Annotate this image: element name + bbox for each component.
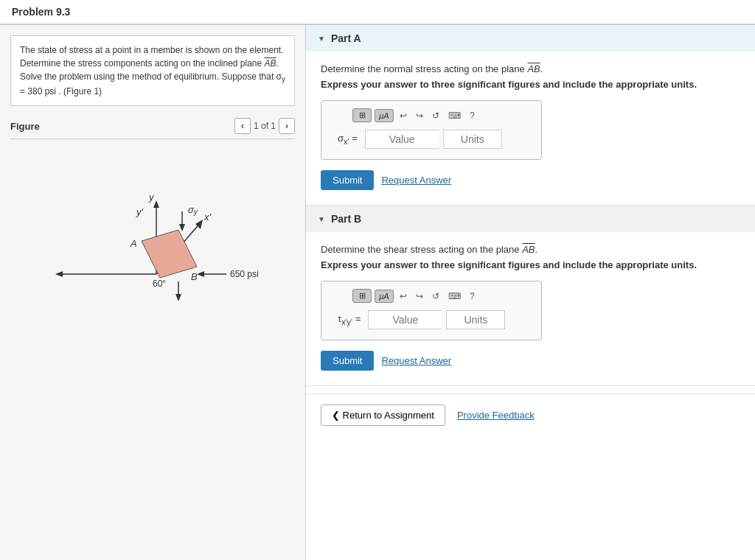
part-b-refresh-icon[interactable]: ↺ <box>429 290 442 303</box>
part-b-instruction: Determine the shear stress acting on the… <box>321 244 740 255</box>
part-b-answer-box: ⊞ μA ↩ ↪ ↺ ⌨ ? τx'y' = <box>321 281 542 340</box>
part-b-label: Part B <box>331 213 361 225</box>
part-a-label: Part A <box>331 32 361 44</box>
svg-text:σy: σy <box>188 204 198 216</box>
svg-text:60°: 60° <box>153 279 166 289</box>
part-a-units-input[interactable] <box>443 130 502 149</box>
part-a-input-label: σx' = <box>338 133 358 146</box>
svg-text:y': y' <box>136 206 144 217</box>
part-a-undo-icon[interactable]: ↩ <box>397 109 410 122</box>
svg-text:x': x' <box>203 211 212 223</box>
part-a-bold: Express your answer to three significant… <box>321 79 740 90</box>
description-text: The state of stress at a point in a memb… <box>20 45 285 97</box>
part-b-section: ▼ Part B Determine the shear stress acti… <box>306 206 755 386</box>
bottom-bar: ❮ Return to Assignment Provide Feedback <box>306 393 755 436</box>
part-a-refresh-icon[interactable]: ↺ <box>429 109 442 122</box>
provide-feedback-link[interactable]: Provide Feedback <box>457 410 535 421</box>
part-a-instruction: Determine the normal stress acting on th… <box>321 63 740 74</box>
part-b-matrix-btn[interactable]: ⊞ <box>352 289 372 303</box>
figure-image: y x' y' A <box>10 145 295 322</box>
part-a-redo-icon[interactable]: ↪ <box>413 109 426 122</box>
part-b-toolbar: ⊞ μA ↩ ↪ ↺ ⌨ ? <box>352 289 532 303</box>
part-a-toolbar: ⊞ μA ↩ ↪ ↺ ⌨ ? <box>352 108 532 122</box>
part-a-keyboard-icon[interactable]: ⌨ <box>445 109 464 122</box>
part-b-request-link[interactable]: Request Answer <box>381 355 451 366</box>
part-b-bold: Express your answer to three significant… <box>321 259 740 270</box>
part-b-arrow: ▼ <box>318 215 325 223</box>
figure-prev-button[interactable]: ‹ <box>234 118 251 134</box>
part-b-keyboard-icon[interactable]: ⌨ <box>445 290 464 303</box>
problem-title: Problem 9.3 <box>12 6 70 18</box>
part-b-help-icon[interactable]: ? <box>467 290 478 303</box>
svg-marker-8 <box>55 271 63 277</box>
figure-svg: y x' y' A <box>27 160 278 307</box>
part-a-value-input[interactable] <box>365 130 439 149</box>
svg-text:650 psi: 650 psi <box>230 269 259 279</box>
svg-text:y: y <box>148 192 155 203</box>
part-a-matrix-btn[interactable]: ⊞ <box>352 108 372 122</box>
part-a-request-link[interactable]: Request Answer <box>381 175 451 186</box>
part-a-mu-btn[interactable]: μA <box>375 109 394 122</box>
figure-next-button[interactable]: › <box>279 118 295 134</box>
part-a-arrow: ▼ <box>318 35 325 43</box>
part-b-input-label: τx'y' = <box>338 313 361 326</box>
part-b-mu-btn[interactable]: μA <box>375 290 394 303</box>
return-to-assignment-button[interactable]: ❮ Return to Assignment <box>321 405 445 426</box>
part-a-answer-box: ⊞ μA ↩ ↪ ↺ ⌨ ? σx' = <box>321 100 542 160</box>
part-a-section: ▼ Part A Determine the normal stress act… <box>306 25 755 206</box>
figure-label: Figure <box>10 121 40 132</box>
part-b-undo-icon[interactable]: ↩ <box>397 290 410 303</box>
svg-marker-16 <box>197 271 204 277</box>
part-a-header: ▼ Part A <box>306 25 755 52</box>
part-b-header: ▼ Part B <box>306 206 755 232</box>
part-b-units-input[interactable] <box>446 310 505 329</box>
problem-description: The state of stress at a point in a memb… <box>10 35 295 106</box>
part-b-redo-icon[interactable]: ↪ <box>413 290 426 303</box>
svg-marker-21 <box>175 294 181 301</box>
part-a-submit-button[interactable]: Submit <box>321 170 374 190</box>
figure-page-info: 1 of 1 <box>254 121 276 131</box>
svg-text:A: A <box>130 238 137 249</box>
part-b-value-input[interactable] <box>368 310 442 329</box>
part-b-submit-button[interactable]: Submit <box>321 351 374 371</box>
svg-marker-13 <box>179 224 185 231</box>
part-a-help-icon[interactable]: ? <box>467 109 478 122</box>
svg-text:B: B <box>191 271 198 282</box>
svg-marker-1 <box>153 200 159 208</box>
